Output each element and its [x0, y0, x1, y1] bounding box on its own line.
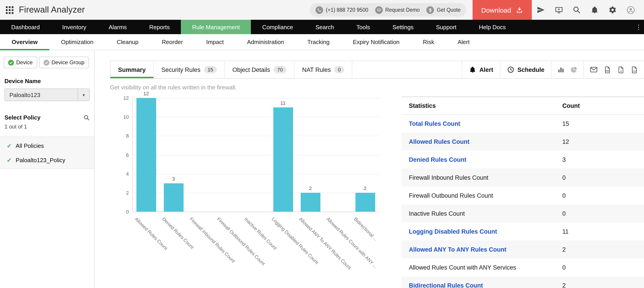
apps-grid-icon[interactable]	[6, 6, 14, 14]
policy-count: 1 out of 1	[4, 124, 90, 130]
dropdown-chevron-icon[interactable]: ▾	[78, 89, 89, 101]
device-check-icon	[8, 60, 14, 65]
stats-row-total-rules-count: Total Rules Count15	[402, 115, 644, 133]
sub-nav-cleanup[interactable]: Cleanup	[105, 34, 150, 50]
send-feedback-icon[interactable]	[532, 6, 550, 14]
sub-nav-optimization[interactable]: Optimization	[49, 34, 105, 50]
device-group-toggle-button[interactable]: Device Group	[39, 57, 89, 68]
main-nav-settings[interactable]: Settings	[381, 20, 425, 34]
demo-video-icon[interactable]	[550, 6, 568, 14]
policy-label: Paloalto123_Policy	[16, 157, 65, 163]
stats-link[interactable]: Allowed ANY To ANY Rules Count	[402, 246, 506, 253]
pie-chart-view-icon[interactable]	[570, 66, 578, 73]
schedule-clock-icon	[507, 66, 514, 73]
stats-link[interactable]: Total Rules Count	[402, 120, 460, 127]
x-axis-label: Allowed ANY To ANY Rules Count	[298, 216, 352, 270]
main-nav-inventory[interactable]: Inventory	[51, 20, 98, 34]
device-toggle-label: Device	[16, 59, 32, 66]
alert-button[interactable]: Alert	[462, 61, 500, 78]
x-axis-label: Firewall Inbound Rules Count	[189, 216, 236, 264]
email-export-icon[interactable]	[590, 66, 598, 74]
select-policy-header: Select Policy	[4, 114, 90, 121]
main-nav-help-docs[interactable]: Help Docs	[468, 20, 517, 34]
stats-count: 11	[562, 228, 568, 235]
stats-link[interactable]: Allowed Rules Count	[402, 138, 470, 145]
checkbox-checked-icon[interactable]: ✓	[7, 142, 12, 149]
sub-nav-expiry-notification[interactable]: Expiry Notification	[341, 34, 411, 50]
schedule-label: Schedule	[518, 66, 544, 73]
tab-summary[interactable]: Summary	[110, 61, 154, 78]
x-axis-label: Firewall Outbound Rules Count	[216, 216, 266, 266]
phone-contact[interactable]: (+1) 888 720 9500	[316, 6, 368, 14]
device-toggle-button[interactable]: Device	[4, 57, 37, 68]
bar-allowed-rules-count[interactable]	[136, 98, 156, 212]
bar-value-label: 11	[269, 100, 297, 106]
main-nav-support[interactable]: Support	[425, 20, 468, 34]
main-nav-dashboard[interactable]: Dashboard	[0, 20, 51, 34]
csv-export-icon[interactable]: CSV	[630, 66, 638, 74]
search-icon[interactable]	[568, 6, 586, 14]
main-nav-rule-management[interactable]: Rule Management	[181, 20, 251, 34]
sub-nav-overview[interactable]: Overview	[0, 34, 49, 50]
chart-plot-area: 02468101212Allowed Rules Count3Denied Ru…	[132, 98, 379, 212]
chart-type-group	[551, 61, 584, 78]
stats-count: 0	[562, 192, 566, 199]
stats-link[interactable]: Bidirectional Rules Count	[402, 282, 483, 288]
bar-bidirectional-rules-count[interactable]	[355, 193, 375, 212]
device-name-dropdown[interactable]: Paloalto123 ▾	[4, 89, 90, 101]
sub-nav-reorder[interactable]: Reorder	[150, 34, 194, 50]
main-nav-alarms[interactable]: Alarms	[98, 20, 138, 34]
notifications-bell-icon[interactable]	[586, 6, 604, 14]
stats-count: 0	[562, 174, 566, 181]
main-nav-tools[interactable]: Tools	[345, 20, 381, 34]
bar-chart-view-icon[interactable]	[558, 66, 564, 73]
download-button[interactable]: Download	[473, 0, 532, 20]
tab-label: NAT Rules	[302, 66, 331, 73]
main-nav-reports[interactable]: Reports	[138, 20, 181, 34]
dollar-glyph: $	[429, 8, 432, 12]
sub-nav-administration[interactable]: Administration	[236, 34, 296, 50]
tab-label: Summary	[118, 66, 146, 73]
bar-allowed-any-to-any-rules-count[interactable]	[300, 193, 320, 212]
y-tick-label: 0	[116, 209, 129, 214]
phone-icon	[316, 6, 323, 14]
y-tick-label: 10	[116, 114, 129, 120]
stats-row-firewall-outbound-rules-count: Firewall Outbound Rules Count0	[402, 186, 644, 204]
tab-count-badge: 15	[204, 66, 217, 73]
pdf-export-icon[interactable]: PDF	[604, 66, 611, 74]
stats-link[interactable]: Denied Rules Count	[402, 156, 466, 163]
policy-item-paloalto123-policy[interactable]: ✓Paloalto123_Policy	[0, 153, 94, 167]
tab-nat-rules[interactable]: NAT Rules0	[294, 61, 352, 78]
overflow-menu-icon[interactable]: ⋮	[636, 20, 642, 34]
stats-link[interactable]: Logging Disabled Rules Count	[402, 228, 497, 235]
stats-label: Allowed Rules Count with ANY Services	[402, 264, 516, 271]
y-tick-label: 12	[116, 95, 129, 101]
user-avatar-icon[interactable]	[622, 6, 640, 14]
request-demo-link[interactable]: Request Demo	[375, 6, 420, 14]
x-axis-label: Allowed Rules Count with ANY ...	[326, 216, 378, 269]
settings-gear-icon[interactable]	[604, 6, 622, 14]
sub-nav-risk[interactable]: Risk	[411, 34, 446, 50]
y-tick-label: 4	[116, 171, 129, 176]
sub-nav-impact[interactable]: Impact	[194, 34, 236, 50]
main-nav-compliance[interactable]: Compliance	[251, 20, 304, 34]
schedule-button[interactable]: Schedule	[500, 61, 551, 78]
policy-label: All Policies	[16, 142, 44, 149]
download-label: Download	[481, 6, 511, 14]
sub-nav-alert[interactable]: Alert	[446, 34, 481, 50]
policy-item-all-policies[interactable]: ✓All Policies	[0, 138, 94, 153]
sub-nav-tracking[interactable]: Tracking	[296, 34, 341, 50]
tab-security-rules[interactable]: Security Rules15	[154, 61, 225, 78]
gridline	[132, 155, 379, 155]
body-row: Device Device Group Device Name Paloalto…	[0, 50, 644, 288]
get-quote-link[interactable]: $ Get Quote	[426, 6, 460, 14]
tab-object-details[interactable]: Object Details70	[225, 61, 294, 78]
bar-denied-rules-count[interactable]	[164, 183, 183, 212]
policy-search-icon[interactable]	[84, 114, 90, 121]
count-column-header: Count	[562, 102, 580, 109]
checkbox-checked-icon[interactable]: ✓	[7, 157, 12, 163]
xls-export-icon[interactable]: x	[617, 66, 625, 74]
bar-logging-disabled-rules-count[interactable]	[273, 107, 293, 212]
main-nav-search[interactable]: Search	[304, 20, 345, 34]
request-demo-label: Request Demo	[385, 7, 420, 13]
